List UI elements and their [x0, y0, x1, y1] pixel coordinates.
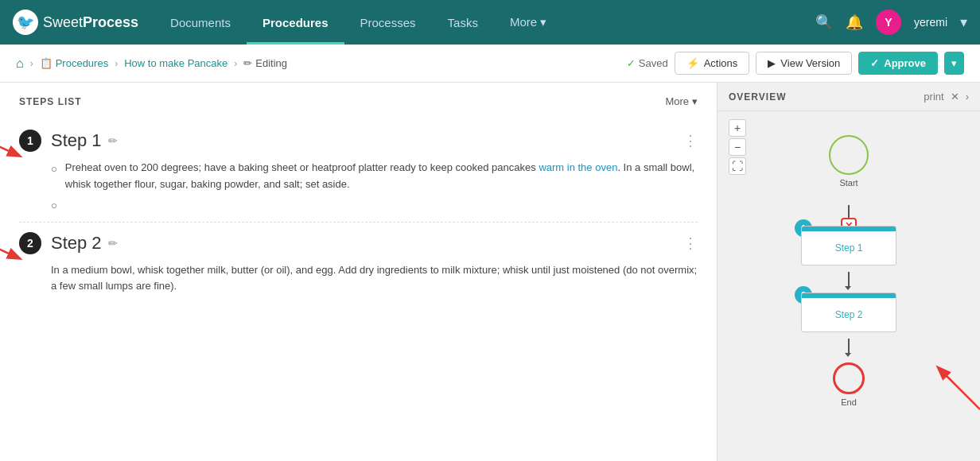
step-item-2: 2 Step 2 ✏ ⋮ In a medium bowl, whisk tog… [19, 223, 698, 305]
nav-item-documents[interactable]: Documents [154, 0, 247, 45]
step-item-1: 1 Step 1 ✏ ⋮ ○ Preheat oven to 200 degre… [19, 120, 698, 223]
version-arrow-icon: ▶ [768, 57, 776, 69]
procedures-icon: 📋 [40, 57, 52, 69]
editing-label: Editing [255, 57, 287, 69]
saved-text: ✓ Saved [627, 57, 668, 69]
logo-text: SweetProcess [43, 14, 138, 31]
step-2-number: 2 [19, 232, 41, 254]
nav-item-tasks[interactable]: Tasks [432, 0, 494, 45]
steps-header: STEPS LIST More ▾ [19, 95, 698, 107]
nav-items: Documents Procedures Processes Tasks Mor… [154, 0, 815, 45]
username[interactable]: yeremi [914, 16, 947, 29]
nav-right: 🔍 🔔 Y yeremi ▾ [815, 10, 967, 35]
avatar[interactable]: Y [876, 10, 901, 35]
breadcrumb-pancake[interactable]: How to make Pancake [124, 57, 228, 69]
approve-dropdown-button[interactable]: ▾ [944, 52, 964, 75]
flow-start-node [829, 135, 869, 175]
main-content: STEPS LIST More ▾ 1 Step 1 [0, 83, 980, 461]
flow-step1-label: Step 1 [802, 231, 896, 265]
editing-badge: ✏ Editing [243, 57, 287, 69]
diagram-area: + − ⛶ Start 1 ✕ [718, 111, 980, 461]
approve-chevron-icon: ▾ [951, 57, 957, 69]
flow-end-label: End [841, 397, 857, 407]
step-1-bullet: ○ Preheat oven to 200 degrees; have a ba… [51, 160, 698, 193]
step-1-edit-icon[interactable]: ✏ [108, 134, 118, 147]
nav-item-processes[interactable]: Processes [344, 0, 432, 45]
step-2-content: In a medium bowl, whisk together milk, b… [19, 262, 698, 296]
breadcrumb-sep-2: › [115, 58, 118, 69]
breadcrumb-sep-1: › [30, 58, 33, 69]
step-2-menu-icon[interactable]: ⋮ [683, 236, 698, 250]
pencil-icon: ✏ [243, 57, 252, 69]
steps-list-title: STEPS LIST [19, 96, 82, 107]
step-2-edit-icon[interactable]: ✏ [108, 237, 118, 250]
bullet-dot-1: ○ [51, 161, 57, 178]
actions-button[interactable]: ⚡ Actions [675, 52, 750, 75]
fit-screen-button[interactable]: ⛶ [729, 157, 746, 175]
notification-icon[interactable]: 🔔 [846, 14, 863, 31]
breadcrumb-procedures[interactable]: 📋 Procedures [40, 57, 108, 69]
step-1-number: 1 [19, 130, 41, 152]
nav-item-procedures[interactable]: Procedures [247, 0, 344, 45]
flow-step2-box[interactable]: Step 2 [801, 292, 896, 332]
overview-action-buttons: print ✕ › [924, 91, 969, 103]
step-2-title: Step 2 ✏ [51, 233, 118, 254]
left-panel: STEPS LIST More ▾ 1 Step 1 [0, 83, 718, 461]
expand-icon[interactable]: › [966, 91, 969, 103]
overview-header: OVERVIEW print ✕ › [718, 83, 980, 111]
step-1-empty-bullet: ○ [51, 198, 698, 212]
top-navigation: 🐦 SweetProcess Documents Procedures Proc… [0, 0, 980, 45]
user-chevron-icon[interactable]: ▾ [960, 14, 967, 31]
zoom-controls: + − ⛶ [729, 119, 746, 175]
step-2-text: In a medium bowl, whisk together milk, b… [51, 262, 698, 296]
bullet-dot-empty: ○ [51, 200, 57, 211]
flow-step2-label: Step 2 [802, 298, 896, 331]
zoom-out-button[interactable]: − [729, 138, 746, 156]
svg-line-1 [0, 132, 19, 156]
flow-step1-box[interactable]: Step 1 [801, 226, 896, 265]
flow-diagram: Start 1 ✕ Step 1 [725, 119, 972, 407]
flow-start-label: Start [839, 178, 858, 188]
steps-more-button[interactable]: More ▾ [665, 95, 698, 107]
step-1-header: 1 Step 1 ✏ ⋮ [19, 130, 698, 152]
step-2-header: 2 Step 2 ✏ ⋮ [19, 232, 698, 254]
more-chevron-icon: ▾ [692, 95, 698, 107]
flow-end-node [833, 362, 865, 394]
home-icon[interactable]: ⌂ [16, 56, 24, 71]
print-label[interactable]: print [924, 91, 943, 103]
step-1-title: Step 1 ✏ [51, 130, 118, 151]
right-panel: OVERVIEW print ✕ › + − ⛶ Start [718, 83, 980, 461]
svg-line-3 [0, 234, 19, 258]
bolt-icon: ⚡ [686, 57, 699, 69]
step-1-menu-icon[interactable]: ⋮ [683, 134, 698, 148]
close-icon[interactable]: ✕ [951, 91, 959, 103]
step-1-content: ○ Preheat oven to 200 degrees; have a ba… [19, 160, 698, 212]
breadcrumb-actions: ✓ Saved ⚡ Actions ▶ View Version ✓ Appro… [627, 52, 964, 75]
search-icon[interactable]: 🔍 [815, 14, 833, 31]
view-version-button[interactable]: ▶ View Version [756, 52, 852, 75]
step-1-text: Preheat oven to 200 degrees; have a baki… [65, 160, 698, 193]
logo-icon: 🐦 [13, 10, 38, 35]
breadcrumb-bar: ⌂ › 📋 Procedures › How to make Pancake ›… [0, 45, 980, 83]
breadcrumb-sep-3: › [234, 58, 237, 69]
approve-button[interactable]: ✓ Approve [858, 52, 938, 75]
approve-check-icon: ✓ [870, 57, 879, 69]
zoom-in-button[interactable]: + [729, 119, 746, 137]
logo[interactable]: 🐦 SweetProcess [13, 10, 138, 35]
overview-title: OVERVIEW [729, 91, 917, 103]
nav-item-more[interactable]: More ▾ [494, 0, 562, 45]
